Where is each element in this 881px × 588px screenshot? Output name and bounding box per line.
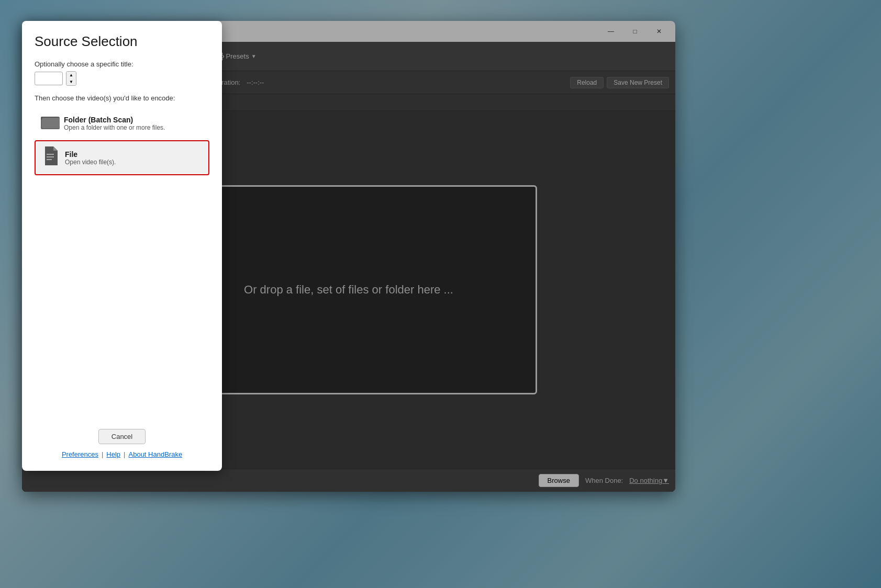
dialog-title: Source Selection — [35, 33, 209, 50]
folder-option-title: Folder (Batch Scan) — [64, 116, 165, 124]
svg-rect-14 — [47, 156, 54, 157]
dialog-footer: Cancel Preferences | Help | About HandBr… — [35, 429, 209, 458]
dialog-links: Preferences | Help | About HandBrake — [62, 450, 182, 458]
dialog-spacer — [35, 177, 209, 429]
file-option-desc: Open video file(s). — [65, 159, 116, 166]
svg-rect-15 — [47, 159, 52, 160]
spinner-up[interactable]: ▲ — [66, 72, 76, 78]
help-link[interactable]: Help — [106, 450, 120, 458]
spinner-down[interactable]: ▼ — [66, 78, 76, 85]
source-selection-dialog: Source Selection Optionally choose a spe… — [22, 21, 222, 471]
file-option-texts: File Open video file(s). — [65, 150, 116, 166]
link-sep-1: | — [102, 450, 103, 458]
title-input[interactable] — [35, 72, 63, 85]
file-icon — [42, 146, 59, 169]
preferences-link[interactable]: Preferences — [62, 450, 98, 458]
svg-rect-12 — [42, 118, 60, 128]
link-sep-2: | — [124, 450, 125, 458]
cancel-button[interactable]: Cancel — [98, 429, 146, 444]
file-option-title: File — [65, 150, 116, 159]
about-handbrake-link[interactable]: About HandBrake — [129, 450, 183, 458]
title-input-label: Optionally choose a specific title: — [35, 60, 209, 68]
folder-option-desc: Open a folder with one or more files. — [64, 124, 165, 131]
title-spinner[interactable]: ▲ ▼ — [66, 71, 76, 86]
svg-rect-13 — [47, 154, 54, 155]
title-input-row: ▲ ▼ — [35, 71, 209, 86]
file-option[interactable]: File Open video file(s). — [35, 140, 209, 175]
video-label: Then choose the video(s) you'd like to e… — [35, 94, 209, 102]
folder-option-texts: Folder (Batch Scan) Open a folder with o… — [64, 116, 165, 131]
folder-option[interactable]: Folder (Batch Scan) Open a folder with o… — [35, 108, 209, 138]
folder-icon — [41, 114, 58, 133]
